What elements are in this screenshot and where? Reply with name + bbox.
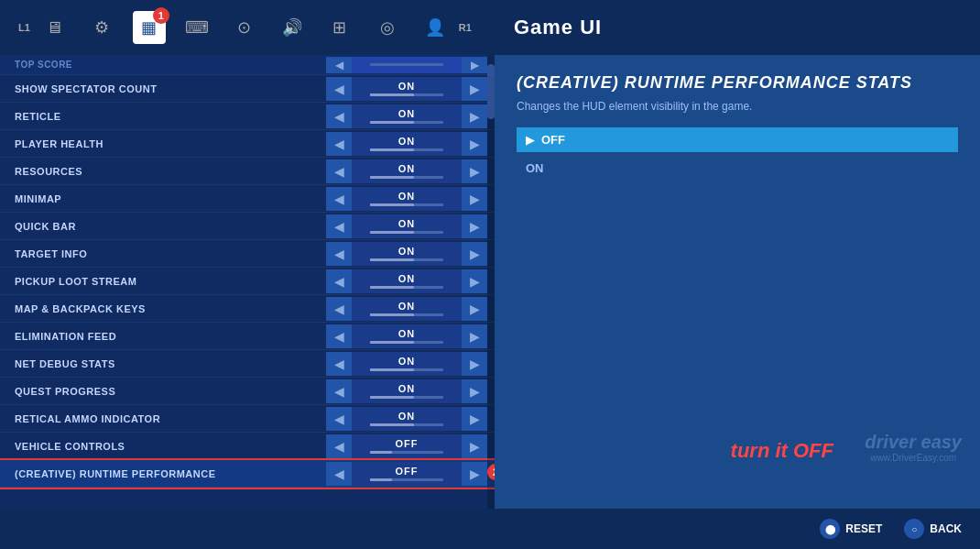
setting-row-1[interactable]: RETICLE◀ON▶ — [0, 103, 495, 130]
back-button[interactable]: ○ BACK — [904, 519, 962, 539]
right-arrow-9[interactable]: ▶ — [462, 324, 487, 348]
value-text-7: ON — [398, 273, 416, 284]
left-arrow-4[interactable]: ◀ — [326, 187, 352, 211]
right-arrow-11[interactable]: ▶ — [462, 379, 487, 403]
left-arrow-8[interactable]: ◀ — [326, 297, 352, 321]
setting-label-0: SHOW SPECTATOR COUNT — [15, 83, 326, 94]
gameui-nav-icon[interactable]: ▦ 1 — [133, 11, 166, 44]
setting-row-7[interactable]: PICKUP LOOT STREAM◀ON▶ — [0, 268, 495, 295]
setting-row-2[interactable]: PLAYER HEALTH◀ON▶ — [0, 130, 495, 158]
setting-label-1: RETICLE — [15, 111, 326, 122]
value-box-13: OFF — [352, 434, 462, 458]
setting-control-2: ◀ON▶ — [326, 132, 487, 156]
option-item-1[interactable]: ON — [517, 156, 958, 181]
value-box-5: ON — [352, 214, 462, 238]
setting-control-6: ◀ON▶ — [326, 242, 487, 266]
right-arrow-12[interactable]: ▶ — [462, 407, 487, 431]
left-arrow-0[interactable]: ◀ — [326, 77, 352, 101]
value-text-5: ON — [398, 218, 416, 229]
value-bar-6 — [370, 258, 443, 261]
watermark-logo: driver easy — [865, 432, 962, 453]
value-text-0: ON — [398, 81, 416, 92]
left-arrow-6[interactable]: ◀ — [326, 242, 352, 266]
setting-label-13: VEHICLE CONTROLS — [15, 441, 326, 452]
watermark-url: www.DriverEasy.com — [865, 453, 962, 463]
detail-title: (CREATIVE) RUNTIME PERFORMANCE STATS — [517, 73, 958, 93]
right-arrow-14[interactable]: ▶ — [462, 462, 487, 486]
reset-button[interactable]: ⬤ RESET — [820, 519, 882, 539]
right-arrow-10[interactable]: ▶ — [462, 352, 487, 376]
setting-row-4[interactable]: MINIMAP◀ON▶ — [0, 185, 495, 213]
value-box-6: ON — [352, 242, 462, 266]
left-arrow-12[interactable]: ◀ — [326, 407, 352, 431]
right-arrow-3[interactable]: ▶ — [462, 159, 487, 183]
r1-badge: R1 — [459, 22, 472, 33]
network-nav-icon[interactable]: ⊞ — [323, 11, 356, 44]
setting-row-8[interactable]: MAP & BACKPACK KEYS◀ON▶ — [0, 295, 495, 323]
controller-nav-icon[interactable]: ⊙ — [228, 11, 261, 44]
settings-panel: TOP SCORE ◀ ▶ SHOW SPECTATOR COUNT◀ON▶RE… — [0, 55, 495, 509]
audio-nav-icon[interactable]: 🔊 — [276, 11, 309, 44]
value-bar-12 — [370, 423, 443, 426]
setting-label-10: NET DEBUG STATS — [15, 358, 326, 369]
nav-badge-1: 1 — [153, 7, 169, 24]
setting-row-12[interactable]: RETICAL AMMO INDICATOR◀ON▶ — [0, 405, 495, 433]
right-arrow-7[interactable]: ▶ — [462, 269, 487, 293]
left-arrow-9[interactable]: ◀ — [326, 324, 352, 348]
left-arrow-10[interactable]: ◀ — [326, 352, 352, 376]
settings-nav-icon[interactable]: ⚙ — [85, 11, 118, 44]
partial-left-arrow[interactable]: ◀ — [326, 57, 352, 73]
setting-row-3[interactable]: RESOURCES◀ON▶ — [0, 158, 495, 185]
keyboard-nav-icon[interactable]: ⌨ — [180, 11, 213, 44]
right-arrow-5[interactable]: ▶ — [462, 214, 487, 238]
left-arrow-13[interactable]: ◀ — [326, 434, 352, 458]
left-arrow-11[interactable]: ◀ — [326, 379, 352, 403]
right-arrow-1[interactable]: ▶ — [462, 104, 487, 128]
partial-right-arrow[interactable]: ▶ — [462, 57, 487, 73]
left-arrow-5[interactable]: ◀ — [326, 214, 352, 238]
option-text-0: OFF — [541, 133, 565, 147]
user-nav-icon[interactable]: 👤 — [419, 11, 452, 44]
setting-row-6[interactable]: TARGET INFO◀ON▶ — [0, 240, 495, 268]
right-arrow-0[interactable]: ▶ — [462, 77, 487, 101]
right-arrow-4[interactable]: ▶ — [462, 187, 487, 211]
monitor-nav-icon[interactable]: 🖥 — [38, 11, 71, 44]
setting-row-9[interactable]: ELIMINATION FEED◀ON▶ — [0, 323, 495, 350]
setting-row-10[interactable]: NET DEBUG STATS◀ON▶ — [0, 350, 495, 378]
right-arrow-6[interactable]: ▶ — [462, 242, 487, 266]
scrollbar[interactable] — [487, 55, 495, 509]
settings-list: SHOW SPECTATOR COUNT◀ON▶RETICLE◀ON▶PLAYE… — [0, 75, 495, 488]
value-text-13: OFF — [396, 438, 419, 449]
setting-row-0[interactable]: SHOW SPECTATOR COUNT◀ON▶ — [0, 75, 495, 103]
back-icon: ○ — [904, 519, 924, 539]
right-arrow-8[interactable]: ▶ — [462, 297, 487, 321]
value-box-4: ON — [352, 187, 462, 211]
setting-control-10: ◀ON▶ — [326, 352, 487, 376]
setting-row-14[interactable]: (CREATIVE) RUNTIME PERFORMANCE◀OFF▶2 — [0, 460, 495, 488]
top-navigation-bar: L1 🖥 ⚙ ▦ 1 ⌨ ⊙ 🔊 ⊞ ◎ 👤 R1 Game UI — [0, 0, 980, 55]
right-arrow-13[interactable]: ▶ — [462, 434, 487, 458]
left-arrow-7[interactable]: ◀ — [326, 269, 352, 293]
setting-label-14: (CREATIVE) RUNTIME PERFORMANCE — [15, 468, 326, 479]
setting-row-5[interactable]: QUICK BAR◀ON▶ — [0, 213, 495, 240]
setting-row-11[interactable]: QUEST PROGRESS◀ON▶ — [0, 378, 495, 405]
left-arrow-3[interactable]: ◀ — [326, 159, 352, 183]
gamepad-nav-icon[interactable]: ◎ — [371, 11, 404, 44]
bottom-bar: ⬤ RESET ○ BACK — [0, 509, 980, 549]
value-text-10: ON — [398, 356, 416, 367]
value-box-11: ON — [352, 379, 462, 403]
setting-row-13[interactable]: VEHICLE CONTROLS◀OFF▶ — [0, 433, 495, 460]
setting-control-14: ◀OFF▶ — [326, 462, 487, 486]
right-arrow-2[interactable]: ▶ — [462, 132, 487, 156]
value-text-8: ON — [398, 301, 416, 312]
top-partial-row: TOP SCORE ◀ ▶ — [0, 55, 495, 75]
setting-control-0: ◀ON▶ — [326, 77, 487, 101]
setting-control-8: ◀ON▶ — [326, 297, 487, 321]
left-arrow-1[interactable]: ◀ — [326, 104, 352, 128]
value-text-4: ON — [398, 191, 416, 202]
value-bar-2 — [370, 148, 443, 151]
option-item-0[interactable]: ▶OFF — [517, 127, 958, 152]
left-arrow-2[interactable]: ◀ — [326, 132, 352, 156]
left-arrow-14[interactable]: ◀ — [326, 462, 352, 486]
value-bar-14 — [370, 478, 443, 481]
